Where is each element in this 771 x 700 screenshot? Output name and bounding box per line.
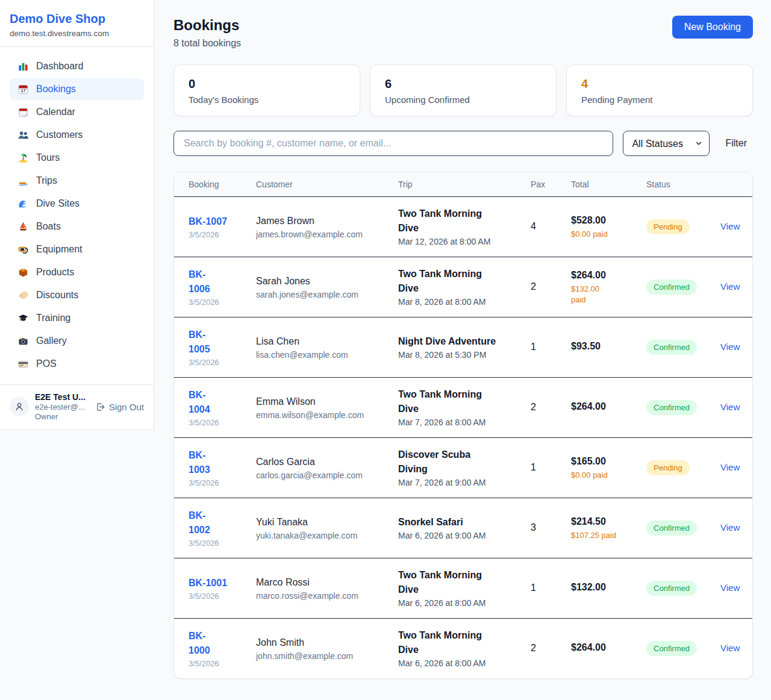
- pax-count: 2: [531, 257, 571, 317]
- filter-button[interactable]: Filter: [719, 134, 753, 152]
- customer-name: Emma Wilson: [256, 395, 391, 409]
- avatar: [10, 397, 29, 416]
- status-badge: Confirmed: [646, 641, 697, 656]
- sidebar-item-label: Bookings: [36, 84, 76, 95]
- trip-datetime: Mar 8, 2026 at 8:00 AM: [398, 297, 523, 307]
- user-name: E2E Test U...: [35, 392, 89, 402]
- credit-card-icon: [17, 358, 29, 370]
- booking-id-link[interactable]: BK-1001: [189, 576, 227, 590]
- sidebar-item-customers[interactable]: Customers: [10, 124, 144, 146]
- view-booking-link[interactable]: View: [720, 402, 740, 412]
- status-filter-select[interactable]: All Statuses: [623, 131, 710, 156]
- sidebar-item-equipment[interactable]: Equipment: [10, 239, 144, 260]
- trip-datetime: Mar 6, 2026 at 8:00 AM: [398, 598, 523, 608]
- sign-out-icon: [95, 402, 105, 412]
- customer-email: sarah.jones@example.com: [256, 290, 391, 299]
- sidebar-item-bookings[interactable]: 17 Bookings: [10, 78, 144, 100]
- booking-id-link[interactable]: BK- 1005: [189, 328, 210, 357]
- sidebar-item-training[interactable]: Training: [10, 307, 144, 329]
- status-badge: Pending: [646, 219, 690, 234]
- customer-name: James Brown: [256, 214, 391, 228]
- sign-out-button[interactable]: Sign Out: [95, 402, 144, 412]
- table-row: BK- 1006 3/5/2026 Sarah Jones sarah.jone…: [174, 257, 752, 317]
- paid-amount: $132.00 paid: [571, 284, 639, 305]
- trip-name: Two Tank Morning Dive: [398, 387, 523, 416]
- sidebar-item-tours[interactable]: Tours: [10, 147, 144, 169]
- booking-id-link[interactable]: BK- 1000: [189, 629, 210, 658]
- stat-value: 4: [581, 75, 738, 92]
- status-badge: Confirmed: [646, 340, 697, 355]
- new-booking-button[interactable]: New Booking: [672, 16, 753, 39]
- customer-email: carlos.garcia@example.com: [256, 470, 391, 480]
- sidebar-item-label: Products: [36, 267, 74, 278]
- view-booking-link[interactable]: View: [720, 643, 740, 653]
- sidebar-item-label: Trips: [36, 175, 57, 186]
- total-amount: $528.00: [571, 213, 639, 228]
- column-header-trip: Trip: [398, 172, 531, 196]
- sidebar-item-label: Tours: [36, 152, 60, 163]
- trip-datetime: Mar 7, 2026 at 9:00 AM: [398, 478, 523, 487]
- view-booking-link[interactable]: View: [720, 462, 740, 472]
- table-row: BK- 1003 3/5/2026 Carlos Garcia carlos.g…: [174, 437, 752, 498]
- stat-card-pending-payment: 4 Pending Payment: [566, 64, 753, 116]
- total-amount: $264.00: [571, 399, 639, 414]
- trip-name: Two Tank Morning Dive: [398, 207, 523, 236]
- table-header-row: Booking Customer Trip Pax Total Status: [174, 172, 752, 196]
- view-booking-link[interactable]: View: [720, 342, 740, 352]
- view-booking-link[interactable]: View: [720, 281, 740, 292]
- pax-count: 1: [531, 437, 571, 498]
- customer-name: Marco Rossi: [256, 575, 391, 590]
- view-booking-link[interactable]: View: [720, 221, 740, 231]
- stats-row: 0 Today's Bookings 6 Upcoming Confirmed …: [173, 64, 753, 116]
- sidebar-item-products[interactable]: Products: [10, 261, 144, 283]
- booking-id-link[interactable]: BK- 1003: [189, 448, 210, 477]
- pax-count: 2: [531, 377, 571, 437]
- desert-island-icon: [17, 152, 29, 164]
- graduation-cap-icon: [17, 312, 29, 324]
- booking-id-link[interactable]: BK-1007: [189, 214, 227, 229]
- status-badge: Confirmed: [646, 581, 697, 596]
- sidebar-item-trips[interactable]: Trips: [10, 170, 144, 192]
- table-row: BK- 1002 3/5/2026 Yuki Tanaka yuki.tanak…: [174, 498, 752, 558]
- trip-datetime: Mar 8, 2026 at 5:30 PM: [398, 350, 523, 360]
- main-content: Bookings 8 total bookings New Booking 0 …: [154, 0, 771, 697]
- column-header-actions: [720, 172, 752, 196]
- booking-id-link[interactable]: BK- 1006: [189, 267, 210, 296]
- sidebar-item-discounts[interactable]: Discounts: [10, 284, 144, 306]
- sidebar-user-section: E2E Test U... e2e-tester@... Owner Sign …: [0, 384, 154, 430]
- sidebar-item-label: Gallery: [36, 336, 67, 346]
- table-row: BK- 1000 3/5/2026 John Smith john.smith@…: [174, 618, 752, 678]
- paid-amount: $107.25 paid: [571, 530, 639, 541]
- person-icon: [14, 401, 25, 412]
- shop-domain: demo.test.divestreams.com: [10, 29, 144, 38]
- customer-name: Lisa Chen: [256, 334, 391, 349]
- trip-datetime: Mar 12, 2026 at 8:00 AM: [398, 237, 523, 246]
- sidebar-item-dashboard[interactable]: Dashboard: [10, 55, 144, 77]
- view-booking-link[interactable]: View: [720, 583, 740, 593]
- sidebar-item-gallery[interactable]: Gallery: [10, 330, 144, 352]
- view-booking-link[interactable]: View: [720, 522, 740, 533]
- trip-datetime: Mar 6, 2026 at 9:00 AM: [398, 531, 523, 540]
- sidebar-item-pos[interactable]: POS: [10, 353, 144, 375]
- stat-value: 0: [189, 75, 345, 92]
- booking-id-link[interactable]: BK- 1004: [189, 388, 210, 417]
- speedboat-icon: [17, 175, 29, 187]
- bookings-table: Booking Customer Trip Pax Total Status B…: [174, 172, 752, 678]
- pax-count: 1: [531, 317, 571, 377]
- column-header-pax: Pax: [531, 172, 571, 196]
- paid-amount: $0.00 paid: [571, 229, 639, 240]
- sidebar-item-label: Customers: [36, 130, 83, 140]
- table-row: BK-1001 3/5/2026 Marco Rossi marco.rossi…: [174, 558, 752, 618]
- sidebar-item-label: Training: [36, 313, 70, 323]
- label-tag-icon: [17, 289, 29, 301]
- sidebar-item-calendar[interactable]: Calendar: [10, 101, 144, 123]
- booking-date: 3/5/2026: [189, 298, 249, 307]
- search-input[interactable]: [173, 131, 613, 156]
- sidebar-item-dive-sites[interactable]: Dive Sites: [10, 193, 144, 214]
- customer-name: Carlos Garcia: [256, 455, 391, 469]
- package-icon: [17, 266, 29, 278]
- sign-out-label: Sign Out: [109, 402, 144, 412]
- booking-id-link[interactable]: BK- 1002: [189, 508, 210, 537]
- sidebar-item-boats[interactable]: Boats: [10, 216, 144, 237]
- column-header-status: Status: [646, 172, 720, 196]
